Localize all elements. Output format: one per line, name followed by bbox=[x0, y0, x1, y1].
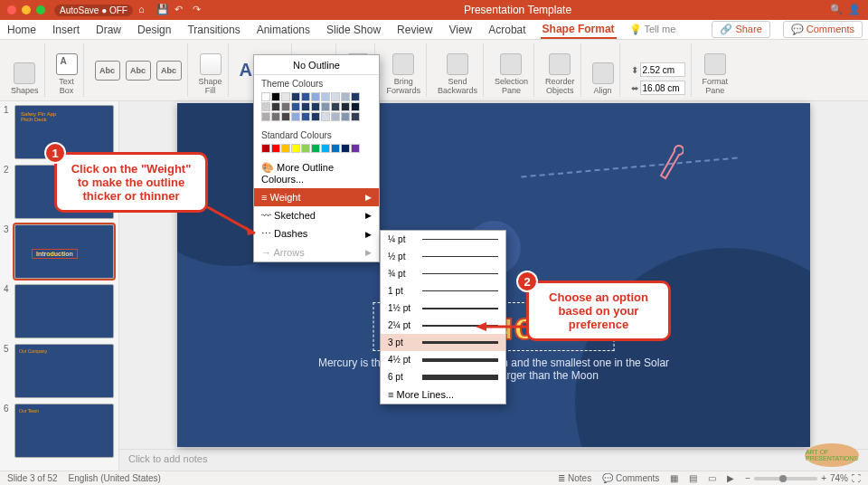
thumb-5[interactable]: Our Company bbox=[14, 344, 114, 398]
no-outline-item[interactable]: No Outline bbox=[254, 55, 379, 75]
color-swatch[interactable] bbox=[261, 144, 270, 153]
send-backward-icon[interactable] bbox=[447, 53, 468, 75]
view-sorter-icon[interactable]: ▤ bbox=[689, 473, 697, 483]
color-swatch[interactable] bbox=[291, 112, 300, 121]
tab-slideshow[interactable]: Slide Show bbox=[325, 22, 382, 38]
color-swatch[interactable] bbox=[341, 102, 350, 111]
arrows-item[interactable]: → Arrows▶ bbox=[254, 243, 379, 262]
home-icon[interactable]: ⌂ bbox=[138, 4, 151, 16]
color-swatch[interactable] bbox=[331, 112, 340, 121]
minimize-icon[interactable] bbox=[22, 5, 31, 14]
view-normal-icon[interactable]: ▦ bbox=[670, 473, 678, 483]
comments-button[interactable]: 💬 Comments bbox=[783, 21, 863, 38]
weight-option[interactable]: 6 pt bbox=[381, 368, 505, 385]
language-label[interactable]: English (United States) bbox=[69, 473, 161, 483]
style-preset-3[interactable]: Abc bbox=[156, 61, 182, 81]
weight-option[interactable]: ½ pt bbox=[381, 248, 505, 265]
comments-status-button[interactable]: 💬 Comments bbox=[602, 473, 659, 483]
user-icon[interactable]: 👤 bbox=[848, 4, 861, 16]
tellme-label[interactable]: 💡 Tell me bbox=[629, 24, 676, 35]
textbox-icon[interactable]: A bbox=[56, 53, 78, 75]
fit-icon[interactable]: ⛶ bbox=[852, 473, 861, 483]
tab-shape-format[interactable]: Shape Format bbox=[541, 21, 617, 39]
color-swatch[interactable] bbox=[341, 92, 350, 101]
save-icon[interactable]: 💾 bbox=[156, 4, 169, 16]
shape-fill-icon[interactable] bbox=[200, 53, 222, 75]
color-swatch[interactable] bbox=[271, 144, 280, 153]
color-swatch[interactable] bbox=[271, 102, 280, 111]
color-swatch[interactable] bbox=[271, 92, 280, 101]
color-swatch[interactable] bbox=[321, 144, 330, 153]
color-swatch[interactable] bbox=[331, 102, 340, 111]
reorder-icon[interactable] bbox=[549, 53, 571, 75]
color-swatch[interactable] bbox=[331, 144, 340, 153]
thumb-3[interactable]: Introduction bbox=[14, 224, 114, 279]
weight-option[interactable]: 1 pt bbox=[381, 282, 505, 300]
tab-review[interactable]: Review bbox=[395, 22, 434, 38]
thumb-4[interactable] bbox=[14, 284, 114, 338]
tab-acrobat[interactable]: Acrobat bbox=[486, 22, 527, 38]
weight-option[interactable]: ¾ pt bbox=[381, 265, 505, 282]
tab-transitions[interactable]: Transitions bbox=[185, 22, 241, 38]
color-swatch[interactable] bbox=[311, 144, 320, 153]
color-swatch[interactable] bbox=[281, 144, 290, 153]
sketched-item[interactable]: 〰 Sketched▶ bbox=[254, 206, 379, 224]
color-swatch[interactable] bbox=[281, 102, 290, 111]
style-preset-1[interactable]: Abc bbox=[95, 61, 120, 81]
more-colors-item[interactable]: 🎨 More Outline Colours... bbox=[254, 158, 379, 188]
view-reading-icon[interactable]: ▭ bbox=[708, 473, 716, 483]
color-swatch[interactable] bbox=[291, 92, 300, 101]
color-swatch[interactable] bbox=[311, 102, 320, 111]
zoom-out-icon[interactable]: − bbox=[745, 473, 750, 483]
width-input[interactable] bbox=[640, 81, 685, 95]
share-button[interactable]: 🔗 Share bbox=[712, 21, 769, 38]
format-pane-icon[interactable] bbox=[704, 53, 726, 75]
color-swatch[interactable] bbox=[321, 112, 330, 121]
color-swatch[interactable] bbox=[311, 112, 320, 121]
color-swatch[interactable] bbox=[341, 112, 350, 121]
color-swatch[interactable] bbox=[261, 102, 270, 111]
color-swatch[interactable] bbox=[281, 112, 290, 121]
color-swatch[interactable] bbox=[261, 92, 270, 101]
bring-forward-icon[interactable] bbox=[392, 53, 414, 75]
color-swatch[interactable] bbox=[301, 92, 310, 101]
autosave-toggle[interactable]: AutoSave ● OFF bbox=[54, 5, 133, 16]
close-icon[interactable] bbox=[7, 5, 16, 14]
tab-draw[interactable]: Draw bbox=[94, 22, 123, 38]
color-swatch[interactable] bbox=[351, 112, 360, 121]
color-swatch[interactable] bbox=[301, 144, 310, 153]
zoom-in-icon[interactable]: + bbox=[821, 473, 826, 483]
zoom-slider[interactable] bbox=[754, 477, 817, 480]
notes-button[interactable]: ≣ Notes bbox=[558, 473, 591, 483]
color-swatch[interactable] bbox=[341, 144, 350, 153]
color-swatch[interactable] bbox=[351, 92, 360, 101]
wordart-a1[interactable]: A bbox=[240, 60, 252, 81]
height-input[interactable] bbox=[640, 62, 685, 77]
color-swatch[interactable] bbox=[351, 144, 360, 153]
color-swatch[interactable] bbox=[261, 112, 270, 121]
color-swatch[interactable] bbox=[291, 102, 300, 111]
dashes-item[interactable]: ⋯ Dashes▶ bbox=[254, 224, 379, 243]
color-swatch[interactable] bbox=[281, 92, 290, 101]
tab-home[interactable]: Home bbox=[5, 22, 38, 38]
tab-design[interactable]: Design bbox=[136, 22, 173, 38]
align-icon[interactable] bbox=[592, 62, 614, 84]
maximize-icon[interactable] bbox=[36, 5, 45, 14]
color-swatch[interactable] bbox=[301, 112, 310, 121]
search-icon[interactable]: 🔍 bbox=[830, 4, 843, 16]
notes-pane[interactable]: Click to add notes bbox=[119, 449, 868, 471]
tab-insert[interactable]: Insert bbox=[51, 22, 81, 38]
weight-item[interactable]: ≡ Weight▶ bbox=[254, 188, 379, 206]
weight-option[interactable]: ¼ pt bbox=[381, 231, 505, 248]
color-swatch[interactable] bbox=[271, 112, 280, 121]
view-slideshow-icon[interactable]: ▶ bbox=[727, 473, 734, 483]
weight-option[interactable]: 4½ pt bbox=[381, 351, 505, 368]
color-swatch[interactable] bbox=[301, 102, 310, 111]
color-swatch[interactable] bbox=[331, 92, 340, 101]
more-lines-item[interactable]: ≡ More Lines... bbox=[381, 385, 505, 404]
weight-option[interactable]: 1½ pt bbox=[381, 300, 505, 317]
undo-icon[interactable]: ↶ bbox=[175, 4, 187, 16]
color-swatch[interactable] bbox=[321, 102, 330, 111]
color-swatch[interactable] bbox=[351, 102, 360, 111]
shapes-icon[interactable] bbox=[14, 62, 35, 84]
